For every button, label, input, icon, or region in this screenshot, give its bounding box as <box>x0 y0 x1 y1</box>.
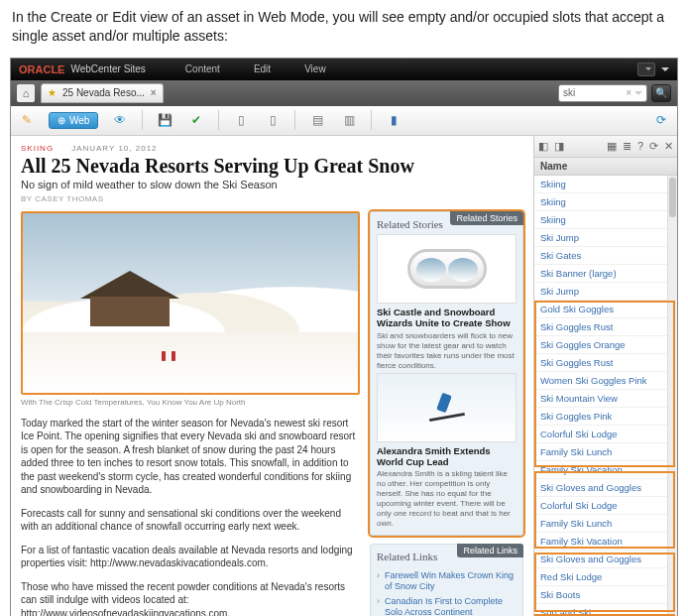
top-menu: Content Edit View <box>185 63 326 74</box>
close-panel-icon[interactable]: ✕ <box>664 140 673 153</box>
workspace: SKIING JANUARY 10, 2012 All 25 Nevada Re… <box>11 136 677 616</box>
search-clear-icon[interactable]: × <box>626 87 631 98</box>
app-frame: ORACLE WebCenter Sites Content Edit View… <box>10 58 678 616</box>
refresh-icon[interactable]: ⟳ <box>651 110 671 130</box>
brand-name: ORACLE <box>19 63 64 75</box>
asset-list-item[interactable]: Ski Goggles Rust <box>534 354 677 372</box>
doc-icon[interactable]: ▯ <box>263 110 283 130</box>
asset-list-item[interactable]: Women Ski Goggles Pink <box>534 372 677 390</box>
story-image-slot[interactable] <box>377 373 516 442</box>
template-icon[interactable]: ▥ <box>339 110 359 130</box>
panel-column-header[interactable]: Name <box>534 158 677 176</box>
asset-tree-panel: ◧ ◨ ▦ ≣ ? ⟳ ✕ Name SkiingSkiingSkiingSki… <box>533 136 677 616</box>
separator <box>218 110 219 130</box>
asset-list-item[interactable]: Colorful Ski Lodge <box>534 426 677 443</box>
active-tab[interactable]: ★ 25 Nevada Reso... × <box>41 83 164 103</box>
search-input[interactable]: ski × <box>558 84 647 102</box>
search-go-button[interactable]: 🔍 <box>651 84 671 102</box>
skier-icon <box>427 388 467 428</box>
page-canvas: SKIING JANUARY 10, 2012 All 25 Nevada Re… <box>11 136 533 616</box>
article-paragraph[interactable]: Forecasts call for sunny and sensational… <box>21 507 360 534</box>
asset-list-item[interactable]: Ski Jump <box>534 229 677 247</box>
asset-list-item[interactable]: Sun and Ski <box>534 604 677 616</box>
article-category: SKIING <box>21 144 54 153</box>
copy-icon[interactable]: ▯ <box>231 110 251 130</box>
scrollbar-thumb[interactable] <box>669 178 676 217</box>
story-image-slot[interactable] <box>377 234 516 304</box>
asset-list-item[interactable]: Ski Goggles Pink <box>534 408 677 426</box>
asset-list-item[interactable]: Colorful Ski Lodge <box>534 497 677 515</box>
asset-list-item[interactable]: Ski Mountain View <box>534 390 677 408</box>
article-title[interactable]: All 25 Nevada Resorts Serving Up Great S… <box>21 155 523 177</box>
article-meta: SKIING JANUARY 10, 2012 <box>21 144 523 153</box>
related-stories-widget[interactable]: Related Stories Related Stories Ski Cast… <box>370 211 523 537</box>
scrollbar[interactable] <box>667 176 677 616</box>
preview-icon[interactable]: 👁 <box>110 110 130 130</box>
tab-close-icon[interactable]: × <box>151 87 157 98</box>
asset-list-item[interactable]: Ski Goggles Orange <box>534 336 677 354</box>
star-icon: ★ <box>48 87 57 98</box>
goggles-icon <box>407 249 487 289</box>
hero-image-caption[interactable]: With The Crisp Cold Temperatures, You Kn… <box>21 398 360 407</box>
article-paragraph[interactable]: For a list of fantastic vacation deals a… <box>21 544 360 570</box>
asset-list-item[interactable]: Family Ski Lunch <box>534 515 677 533</box>
separator <box>142 110 143 130</box>
brand-product: WebCenter Sites <box>70 63 145 74</box>
separator <box>294 110 295 130</box>
panel-toolbar: ◧ ◨ ▦ ≣ ? ⟳ ✕ <box>534 136 677 158</box>
story-title[interactable]: Alexandra Smith Extends World Cup Lead <box>377 446 516 468</box>
asset-list-item[interactable]: Skiing <box>534 176 677 193</box>
asset-list: SkiingSkiingSkiingSki JumpSki GatesSki B… <box>534 176 677 616</box>
refresh-panel-icon[interactable]: ⟳ <box>649 140 658 153</box>
separator <box>371 110 372 130</box>
asset-list-item[interactable]: Family Ski Lunch <box>534 443 677 461</box>
tab-bar: ⌂ ★ 25 Nevada Reso... × ski × 🔍 <box>11 80 677 106</box>
approve-icon[interactable]: ✔ <box>186 110 206 130</box>
edit-icon[interactable]: ✎ <box>17 110 37 130</box>
related-links-list: Farewell Win Makes Crown King of Snow Ci… <box>377 566 516 616</box>
asset-list-item[interactable]: Ski Jump <box>534 283 677 301</box>
asset-list-item[interactable]: Family Ski Vacation <box>534 533 677 551</box>
dock-left-icon[interactable]: ◧ <box>538 140 548 153</box>
dock-right-icon[interactable]: ◨ <box>554 140 564 153</box>
search-caret-icon[interactable] <box>634 91 642 99</box>
article-paragraph[interactable]: Those who have missed the recent powder … <box>21 580 360 616</box>
caret-down-icon <box>661 67 669 75</box>
story-title[interactable]: Ski Castle and Snowboard Wizards Unite t… <box>377 308 516 329</box>
user-dropdown[interactable] <box>637 62 655 76</box>
menu-view[interactable]: View <box>304 63 326 74</box>
asset-list-item[interactable]: Ski Goggles Rust <box>534 318 677 336</box>
hero-image-slot[interactable] <box>21 211 360 395</box>
page-caption: In the Create or Edit view of an asset i… <box>0 0 688 58</box>
menu-content[interactable]: Content <box>185 63 220 74</box>
rail-column: Related Stories Related Stories Ski Cast… <box>370 211 523 616</box>
device-icon[interactable]: ▮ <box>384 110 403 130</box>
asset-list-item[interactable]: Family Ski Vacation <box>534 461 677 479</box>
home-icon[interactable]: ⌂ <box>17 84 35 102</box>
asset-list-item[interactable]: Ski Gloves and Goggles <box>534 479 677 497</box>
asset-list-item[interactable]: Ski Banner (large) <box>534 265 677 283</box>
related-links-widget[interactable]: Related Links Related Links Farewell Win… <box>370 544 523 616</box>
article-subtitle[interactable]: No sign of mild weather to slow down the… <box>21 179 523 190</box>
layout-icon[interactable]: ▤ <box>307 110 327 130</box>
help-icon[interactable]: ? <box>637 140 643 153</box>
action-toolbar: ✎ ⊕ Web 👁 💾 ✔ ▯ ▯ ▤ ▥ ▮ ⟳ <box>11 106 677 136</box>
grid-icon[interactable]: ▦ <box>607 140 617 153</box>
asset-list-item[interactable]: Skiing <box>534 211 677 229</box>
search-value: ski <box>563 87 575 98</box>
list-icon[interactable]: ≣ <box>623 140 631 153</box>
widget-label: Related Stories <box>450 211 523 225</box>
asset-list-item[interactable]: Gold Ski Goggles <box>534 301 677 318</box>
asset-list-item[interactable]: Skiing <box>534 193 677 211</box>
asset-list-item[interactable]: Ski Boots <box>534 586 677 604</box>
chalet-illustration <box>70 271 189 330</box>
asset-list-item[interactable]: Ski Gates <box>534 247 677 265</box>
web-mode-button[interactable]: ⊕ Web <box>49 112 98 129</box>
menu-edit[interactable]: Edit <box>254 63 271 74</box>
asset-list-item[interactable]: Red Ski Lodge <box>534 568 677 586</box>
related-link[interactable]: Farewell Win Makes Crown King of Snow Ci… <box>377 568 516 594</box>
save-icon[interactable]: 💾 <box>155 110 174 130</box>
article-paragraph[interactable]: Today marked the start of the winter sea… <box>21 417 360 497</box>
related-link[interactable]: Canadian Is First to Complete Solo Acros… <box>377 594 516 616</box>
asset-list-item[interactable]: Ski Gloves and Goggles <box>534 551 677 568</box>
